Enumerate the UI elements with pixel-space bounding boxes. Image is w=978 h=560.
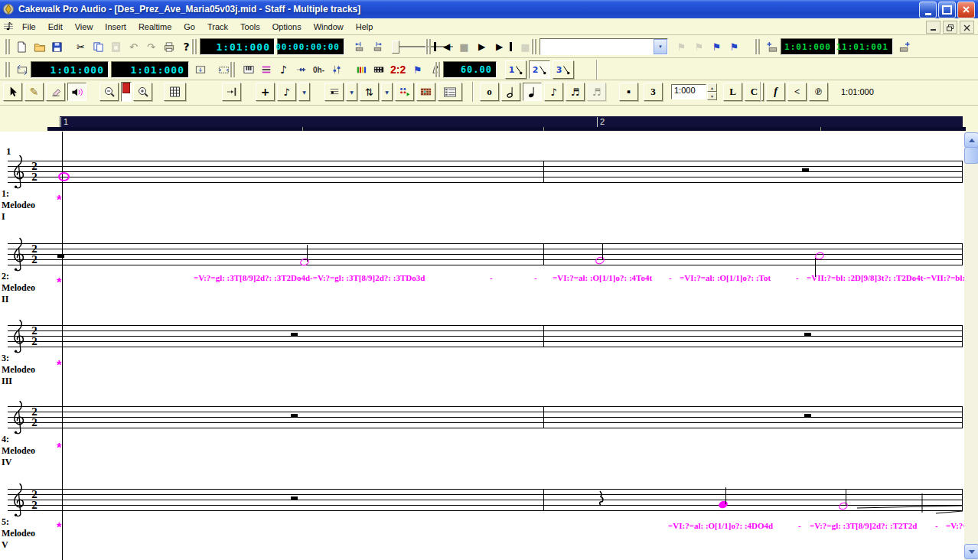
zoom-slider[interactable] <box>121 82 132 102</box>
zoom-out-button[interactable] <box>99 83 119 101</box>
fretboard-button[interactable] <box>416 83 435 101</box>
next-marker-button[interactable]: ⚑ <box>690 38 708 55</box>
mdi-restore-button[interactable] <box>943 21 957 34</box>
add-marker-button[interactable]: ⚑ <box>708 38 725 55</box>
rewind-button[interactable]: ◀ <box>434 42 455 51</box>
eighth-note-button[interactable]: ♪ <box>544 83 563 101</box>
menu-view[interactable]: View <box>69 20 99 34</box>
step-record-button[interactable]: + <box>256 83 275 101</box>
piano-roll-view-button[interactable] <box>240 61 257 78</box>
insert-duration-dropdown-arrow[interactable]: ▼ <box>298 83 310 101</box>
set-punch-in-button[interactable] <box>763 38 781 55</box>
go-to-end-button[interactable] <box>368 38 386 55</box>
mdi-close-button[interactable] <box>960 21 974 34</box>
previous-marker-button[interactable]: ⚑ <box>673 38 690 55</box>
measure-ruler[interactable]: 12 <box>60 116 963 127</box>
close-button[interactable] <box>957 2 975 18</box>
menu-edit[interactable]: Edit <box>42 20 69 34</box>
loop-button[interactable] <box>13 61 31 78</box>
maximize-button[interactable] <box>938 2 956 18</box>
whole-rest[interactable] <box>291 333 298 337</box>
print-button[interactable] <box>160 38 178 55</box>
menu-window[interactable]: Window <box>308 20 350 34</box>
smpte-time-display[interactable]: 00:00:00:00 <box>277 38 344 55</box>
minimize-button[interactable] <box>919 2 937 18</box>
sysx-view-button[interactable]: 0h- <box>313 66 324 74</box>
fast-forward-button[interactable]: ▶ <box>491 42 512 51</box>
menu-track[interactable]: Track <box>201 20 234 34</box>
triplet-button[interactable]: 3 <box>644 83 663 101</box>
half-note[interactable] <box>299 257 310 267</box>
set-punch-out-button[interactable] <box>895 38 913 55</box>
punch-in-display[interactable]: 1:01:000 <box>781 38 836 55</box>
snap-to-grid-toggle-button[interactable] <box>222 83 241 101</box>
quarter-rest[interactable] <box>598 490 605 506</box>
menu-help[interactable]: Help <box>350 20 380 34</box>
scroll-up-button[interactable] <box>964 132 978 148</box>
ruler-measure-2[interactable]: 2 <box>597 117 605 127</box>
erase-tool-button[interactable] <box>46 83 65 101</box>
thirtysecond-note-button[interactable]: ♬ <box>587 83 606 101</box>
duration-value-spinner[interactable]: 1:000▲▼ <box>671 83 717 100</box>
now-time-display[interactable]: 1:01:000 <box>200 38 275 55</box>
scrollbar-thumb[interactable] <box>964 147 978 164</box>
tempo-ratio-1-button[interactable]: 1 <box>505 60 526 79</box>
new-file-button[interactable] <box>13 38 31 55</box>
set-loop-from-selection-button[interactable] <box>191 61 209 78</box>
whole-rest[interactable] <box>291 497 298 500</box>
undo-button[interactable]: ↶ <box>125 38 142 55</box>
expression-button[interactable]: f <box>766 83 785 101</box>
menu-insert[interactable]: Insert <box>99 20 132 34</box>
menu-options[interactable]: Options <box>266 20 308 34</box>
audio-view-button[interactable] <box>292 61 310 78</box>
pedal-button[interactable]: ℗ <box>809 83 828 101</box>
ruler-measure-1[interactable]: 1 <box>60 117 68 127</box>
half-note[interactable] <box>838 501 849 511</box>
loop-end-display[interactable]: 1:01:000 <box>111 61 189 78</box>
vertical-scrollbar[interactable] <box>964 132 978 560</box>
quarter-note-button[interactable] <box>523 83 542 101</box>
quarter-note[interactable] <box>718 500 729 510</box>
tempo-display[interactable]: 60.00 <box>443 61 497 78</box>
hairpin-button[interactable]: < <box>787 83 807 101</box>
snap-grid-button[interactable] <box>164 83 186 101</box>
video-button[interactable] <box>370 61 387 78</box>
event-list-view-button[interactable] <box>257 61 275 78</box>
whole-rest[interactable] <box>291 414 298 418</box>
staff-view-button[interactable]: ♪ <box>275 61 292 78</box>
mdi-minimize-button[interactable] <box>926 21 941 34</box>
tablature-button[interactable] <box>438 83 462 101</box>
scrub-tool-button[interactable] <box>67 83 86 101</box>
staff-view-canvas[interactable]: 1 22 22 22 22 22 1:MelodeoI 2:MelodeoII … <box>0 132 978 560</box>
whole-rest[interactable] <box>802 168 809 172</box>
faders-view-button[interactable] <box>328 61 345 78</box>
whole-note-button[interactable]: o <box>480 83 499 101</box>
selected-whole-note[interactable] <box>58 172 70 181</box>
menu-tools[interactable]: Tools <box>234 20 266 34</box>
open-file-button[interactable] <box>31 38 48 55</box>
cut-button[interactable]: ✂ <box>72 38 90 55</box>
sixteenth-note-button[interactable]: ♬ <box>566 83 585 101</box>
select-tool-button[interactable] <box>3 83 22 101</box>
marker-combo[interactable]: ▼ <box>540 38 668 55</box>
markers-view-button[interactable]: ⚑ <box>409 61 426 78</box>
redo-button[interactable]: ↷ <box>142 38 160 55</box>
menu-file[interactable]: File <box>16 20 42 34</box>
whole-rest[interactable] <box>804 414 811 418</box>
note-properties-button[interactable] <box>395 83 414 101</box>
insert-duration-dropdown[interactable]: ♪▼ <box>277 83 312 101</box>
marker-list-button[interactable]: ⚑ <box>725 38 743 55</box>
half-note-button[interactable] <box>501 83 520 101</box>
save-button[interactable] <box>48 38 66 55</box>
loop-start-display[interactable]: 1:01:000 <box>31 61 109 78</box>
dotted-note-button[interactable]: · <box>619 83 638 101</box>
tempo-ratio-3-button[interactable]: 3 <box>553 60 574 79</box>
whole-rest[interactable] <box>804 333 811 337</box>
play-button[interactable]: ▶ <box>473 38 491 55</box>
copy-button[interactable] <box>90 38 107 55</box>
menu-go[interactable]: Go <box>178 20 201 34</box>
return-to-zero-button[interactable] <box>350 38 368 55</box>
sync-status-button[interactable] <box>352 61 370 78</box>
menu-realtime[interactable]: Realtime <box>132 20 178 34</box>
staff-layout-dropdown[interactable]: ▼ <box>324 83 360 101</box>
